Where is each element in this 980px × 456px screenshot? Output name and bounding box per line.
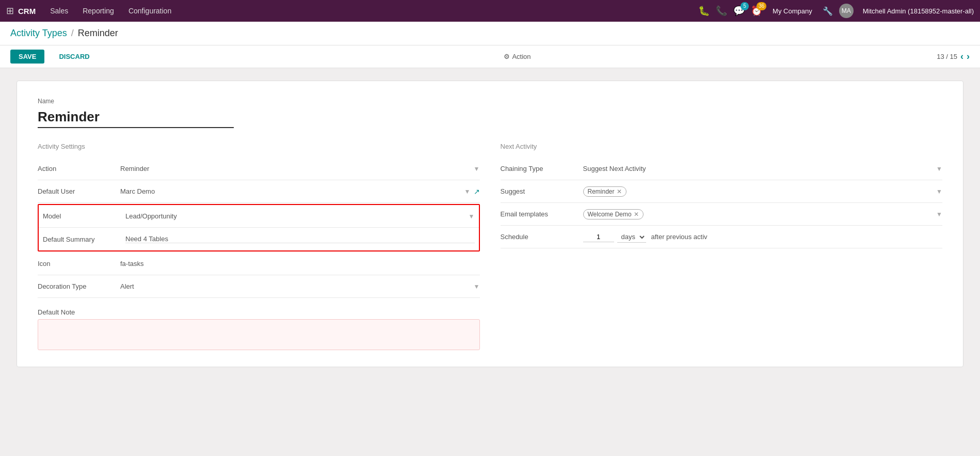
model-value: Lead/Opportunity xyxy=(125,212,465,220)
nav-reporting[interactable]: Reporting xyxy=(76,0,120,22)
name-field-label: Name xyxy=(38,98,942,105)
default-user-select[interactable]: Marc Demo ▼ ↗ xyxy=(120,187,480,196)
default-summary-row: Default Summary xyxy=(39,228,479,250)
email-templates-row: Email templates Welcome Demo ✕ ▼ xyxy=(501,203,943,226)
schedule-unit-select[interactable]: days xyxy=(617,231,646,243)
decoration-dropdown-arrow: ▼ xyxy=(474,283,480,290)
icon-label: Icon xyxy=(38,260,120,268)
clock-badge: 36 xyxy=(757,2,766,10)
decoration-type-label: Decoration Type xyxy=(38,282,120,290)
default-note-label: Default Note xyxy=(38,308,480,316)
email-templates-dropdown-arrow: ▼ xyxy=(936,211,942,218)
action-bar: SAVE DISCARD ⚙ Action 13 / 15 ‹ › xyxy=(0,45,980,68)
top-navigation: ⊞ CRM Sales Reporting Configuration 🐛 📞 … xyxy=(0,0,980,22)
suggest-tag-remove[interactable]: ✕ xyxy=(617,188,622,195)
user-name: Mitchell Admin (18158952-master-all) xyxy=(863,7,974,15)
suggest-tag: Reminder ✕ xyxy=(583,186,626,197)
chaining-type-label: Chaining Type xyxy=(501,165,583,172)
nav-configuration[interactable]: Configuration xyxy=(122,0,178,22)
chaining-dropdown-arrow: ▼ xyxy=(936,165,942,172)
user-avatar[interactable]: MA xyxy=(839,4,854,18)
nav-sales[interactable]: Sales xyxy=(44,0,74,22)
action-label: Action xyxy=(38,165,120,172)
next-activity-title: Next Activity xyxy=(501,143,943,150)
suggest-tag-text: Reminder xyxy=(588,188,615,195)
breadcrumb: Activity Types / Reminder xyxy=(0,22,980,45)
form-card: Name Activity Settings Action Reminder ▼… xyxy=(17,81,963,367)
email-template-tag: Welcome Demo ✕ xyxy=(583,209,644,219)
company-name[interactable]: My Company xyxy=(773,7,812,15)
schedule-row: Schedule days after previous activ xyxy=(501,226,943,248)
breadcrumb-parent[interactable]: Activity Types xyxy=(10,28,67,39)
suggest-label: Suggest xyxy=(501,187,583,195)
chaining-type-select[interactable]: Suggest Next Activity ▼ xyxy=(583,165,943,172)
wrench-icon[interactable]: 🔧 xyxy=(823,6,833,16)
action-row: Action Reminder ▼ xyxy=(38,158,480,180)
form-columns: Activity Settings Action Reminder ▼ Defa… xyxy=(38,143,942,350)
action-button[interactable]: ⚙ Action xyxy=(504,53,531,60)
schedule-number-input[interactable] xyxy=(583,232,614,242)
default-note-input[interactable] xyxy=(38,319,480,350)
highlighted-section: Model Lead/Opportunity ▼ Default Summary xyxy=(38,204,480,251)
messages-badge: 5 xyxy=(741,2,749,10)
schedule-controls: days after previous activ xyxy=(583,231,943,243)
app-name[interactable]: CRM xyxy=(18,7,36,15)
icon-value: fa-tasks xyxy=(120,260,144,268)
external-link-icon[interactable]: ↗ xyxy=(474,187,480,196)
main-content: Name Activity Settings Action Reminder ▼… xyxy=(0,68,980,380)
save-button[interactable]: SAVE xyxy=(10,50,44,64)
user-dropdown-arrow: ▼ xyxy=(464,188,471,195)
model-label: Model xyxy=(43,212,125,220)
right-column: Next Activity Chaining Type Suggest Next… xyxy=(501,143,943,350)
schedule-label: Schedule xyxy=(501,233,583,241)
schedule-after-text: after previous activ xyxy=(651,233,708,241)
clock-icon[interactable]: ⏰ 36 xyxy=(751,5,762,17)
next-button[interactable]: › xyxy=(967,51,970,62)
suggest-field[interactable]: Reminder ✕ ▼ xyxy=(583,186,943,197)
action-label: Action xyxy=(512,53,531,60)
default-summary-input[interactable] xyxy=(125,235,475,243)
gear-icon: ⚙ xyxy=(504,53,510,60)
messages-icon[interactable]: 💬 5 xyxy=(733,5,745,17)
decoration-type-value: Alert xyxy=(120,282,471,290)
pager-text: 13 / 15 xyxy=(937,53,957,60)
pager: 13 / 15 ‹ › xyxy=(937,51,970,62)
activity-settings-title: Activity Settings xyxy=(38,143,480,150)
default-user-value: Marc Demo xyxy=(120,187,461,195)
breadcrumb-current: Reminder xyxy=(78,28,118,39)
email-template-tag-remove[interactable]: ✕ xyxy=(634,211,639,218)
email-templates-field[interactable]: Welcome Demo ✕ ▼ xyxy=(583,209,943,219)
action-select[interactable]: Reminder ▼ xyxy=(120,165,480,172)
bug-icon[interactable]: 🐛 xyxy=(698,5,710,17)
left-column: Activity Settings Action Reminder ▼ Defa… xyxy=(38,143,480,350)
email-template-tag-text: Welcome Demo xyxy=(588,211,632,218)
default-summary-label: Default Summary xyxy=(43,235,125,243)
grid-icon[interactable]: ⊞ xyxy=(6,5,14,17)
decoration-type-row: Decoration Type Alert ▼ xyxy=(38,275,480,298)
phone-icon[interactable]: 📞 xyxy=(716,5,727,17)
chaining-type-value: Suggest Next Activity xyxy=(583,165,934,172)
action-value: Reminder xyxy=(120,165,471,172)
breadcrumb-separator: / xyxy=(71,28,74,39)
model-dropdown-arrow: ▼ xyxy=(469,213,475,220)
suggest-row: Suggest Reminder ✕ ▼ xyxy=(501,180,943,203)
prev-button[interactable]: ‹ xyxy=(960,51,963,62)
chaining-type-row: Chaining Type Suggest Next Activity ▼ xyxy=(501,158,943,180)
discard-button[interactable]: DISCARD xyxy=(51,50,98,64)
model-select[interactable]: Lead/Opportunity ▼ xyxy=(125,212,475,220)
suggest-dropdown-arrow: ▼ xyxy=(936,188,942,195)
action-dropdown-arrow: ▼ xyxy=(474,165,480,172)
name-input[interactable] xyxy=(38,107,234,128)
email-templates-label: Email templates xyxy=(501,210,583,218)
icon-row: Icon fa-tasks xyxy=(38,253,480,275)
model-row: Model Lead/Opportunity ▼ xyxy=(39,205,479,228)
decoration-type-select[interactable]: Alert ▼ xyxy=(120,282,480,290)
default-user-row: Default User Marc Demo ▼ ↗ xyxy=(38,180,480,203)
default-user-label: Default User xyxy=(38,187,120,195)
